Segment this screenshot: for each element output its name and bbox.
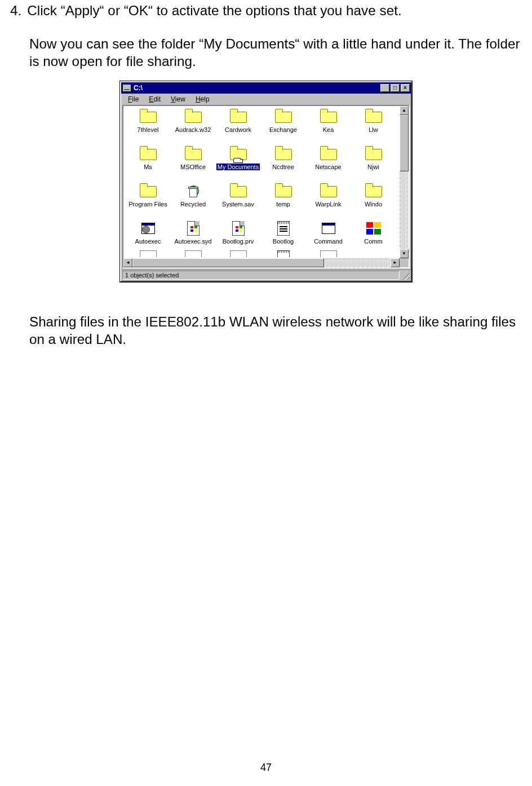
scroll-corner bbox=[400, 258, 409, 267]
item-ncdtree[interactable]: Ncdtree bbox=[261, 145, 305, 183]
item-label: 7thlevel bbox=[136, 126, 160, 133]
item-label: Windo bbox=[363, 201, 383, 207]
scroll-right-button[interactable]: ► bbox=[391, 258, 400, 267]
close-button[interactable]: × bbox=[401, 84, 410, 92]
item-label: Audrack.w32 bbox=[174, 126, 212, 133]
windows-file-icon bbox=[184, 220, 203, 237]
screenshot-figure: C:\ _ □ × File Edit View Help 7thlevelAu… bbox=[119, 81, 413, 282]
item-label: Llw bbox=[367, 126, 379, 133]
vertical-scroll-thumb[interactable] bbox=[400, 115, 409, 171]
item-label: Netscape bbox=[314, 164, 342, 170]
item-label: Ms bbox=[143, 164, 153, 170]
item-label: WarpLink bbox=[314, 201, 342, 207]
item-label: Exchange bbox=[268, 126, 298, 133]
item-label: My Documents bbox=[216, 164, 260, 170]
item-label: Autoexec bbox=[134, 238, 162, 245]
menu-edit[interactable]: Edit bbox=[144, 95, 165, 104]
drive-icon bbox=[122, 84, 131, 92]
item-msoffice[interactable]: MSOffice bbox=[171, 145, 215, 183]
item-llw[interactable]: Llw bbox=[351, 108, 396, 145]
paragraph-sharing: Sharing files in the IEEE802.11b WLAN wi… bbox=[29, 313, 522, 348]
recycle-bin-icon bbox=[184, 183, 203, 200]
item-kea[interactable]: Kea bbox=[306, 108, 351, 145]
item-label: System.sav bbox=[221, 201, 255, 207]
dos-window-icon bbox=[319, 220, 338, 237]
item-label: Ncdtree bbox=[271, 164, 295, 170]
step-4: 4. Click “Apply“ or “OK“ to activate the… bbox=[10, 2, 522, 19]
menu-file[interactable]: File bbox=[123, 95, 143, 104]
maximize-button[interactable]: □ bbox=[391, 84, 400, 92]
program-icon bbox=[364, 220, 383, 237]
item-label: Recycled bbox=[179, 201, 207, 207]
item-label: MSOffice bbox=[179, 164, 207, 170]
folder-viewport: 7thlevelAudrack.w32CardworkExchangeKeaLl… bbox=[122, 105, 410, 268]
window-titlebar[interactable]: C:\ _ □ × bbox=[121, 82, 411, 94]
page-number: 47 bbox=[0, 762, 532, 774]
item-label: temp bbox=[275, 201, 291, 207]
windows-file-icon bbox=[229, 220, 248, 237]
minimize-button[interactable]: _ bbox=[380, 84, 389, 92]
folder-icon bbox=[364, 145, 383, 162]
folder-icon bbox=[139, 183, 158, 200]
status-text: 1 object(s) selected bbox=[122, 271, 400, 280]
item-label: Kea bbox=[322, 126, 335, 133]
folder-icon bbox=[319, 108, 338, 125]
partial-next-row bbox=[126, 250, 400, 258]
folder-icon bbox=[229, 108, 248, 125]
item-label: Comm bbox=[363, 238, 383, 245]
vertical-scrollbar[interactable]: ▲ ▼ bbox=[400, 106, 409, 258]
item-warplink[interactable]: WarpLink bbox=[306, 183, 351, 220]
item-windo[interactable]: Windo bbox=[351, 183, 396, 220]
icon-grid: 7thlevelAudrack.w32CardworkExchangeKeaLl… bbox=[123, 106, 400, 258]
item-recycled[interactable]: Recycled bbox=[171, 183, 215, 220]
item-label: Bootlog bbox=[272, 238, 295, 245]
item-label: Bootlog.prv bbox=[221, 238, 255, 245]
folder-icon bbox=[184, 145, 203, 162]
scroll-down-button[interactable]: ▼ bbox=[400, 249, 409, 258]
window-title: C:\ bbox=[134, 84, 379, 92]
folder-icon bbox=[319, 145, 338, 162]
folder-icon bbox=[364, 183, 383, 200]
folder-icon bbox=[274, 183, 293, 200]
menu-bar: File Edit View Help bbox=[121, 94, 411, 105]
item-my-documents[interactable]: My Documents bbox=[216, 145, 260, 183]
folder-icon bbox=[139, 145, 158, 162]
horizontal-scroll-thumb[interactable] bbox=[132, 258, 324, 267]
item-audrack-w32[interactable]: Audrack.w32 bbox=[171, 108, 215, 145]
item-njwi[interactable]: Njwi bbox=[351, 145, 396, 183]
menu-help[interactable]: Help bbox=[191, 95, 214, 104]
share-hand-icon bbox=[233, 158, 241, 163]
paragraph-result: Now you can see the folder “My Documents… bbox=[29, 35, 522, 70]
item-label: Command bbox=[313, 238, 344, 245]
item-system-sav[interactable]: System.sav bbox=[216, 183, 260, 220]
scroll-left-button[interactable]: ◄ bbox=[123, 258, 132, 267]
status-bar: 1 object(s) selected bbox=[121, 270, 411, 281]
horizontal-scrollbar[interactable]: ◄ ► bbox=[123, 258, 400, 267]
explorer-window: C:\ _ □ × File Edit View Help 7thlevelAu… bbox=[120, 81, 412, 282]
scroll-up-button[interactable]: ▲ bbox=[400, 106, 409, 115]
item-ms[interactable]: Ms bbox=[126, 145, 170, 183]
folder-icon bbox=[139, 108, 158, 125]
item-label: Program Files bbox=[127, 201, 168, 207]
item-label: Autoexec.syd bbox=[173, 238, 212, 245]
item-label: Njwi bbox=[366, 164, 380, 170]
folder-icon bbox=[229, 145, 248, 162]
item-temp[interactable]: temp bbox=[261, 183, 305, 220]
step-number: 4. bbox=[10, 2, 21, 19]
item-program-files[interactable]: Program Files bbox=[126, 183, 170, 220]
folder-icon bbox=[319, 183, 338, 200]
item-cardwork[interactable]: Cardwork bbox=[216, 108, 260, 145]
item-7thlevel[interactable]: 7thlevel bbox=[126, 108, 170, 145]
resize-grip-icon[interactable] bbox=[401, 271, 410, 280]
folder-icon bbox=[274, 108, 293, 125]
folder-icon bbox=[274, 145, 293, 162]
menu-view[interactable]: View bbox=[166, 95, 190, 104]
text-file-icon bbox=[274, 220, 293, 237]
item-exchange[interactable]: Exchange bbox=[261, 108, 305, 145]
folder-icon bbox=[229, 183, 248, 200]
folder-icon bbox=[184, 108, 203, 125]
system-file-icon bbox=[139, 220, 158, 237]
step-text: Click “Apply“ or “OK“ to activate the op… bbox=[27, 2, 522, 19]
folder-icon bbox=[364, 108, 383, 125]
item-netscape[interactable]: Netscape bbox=[306, 145, 351, 183]
